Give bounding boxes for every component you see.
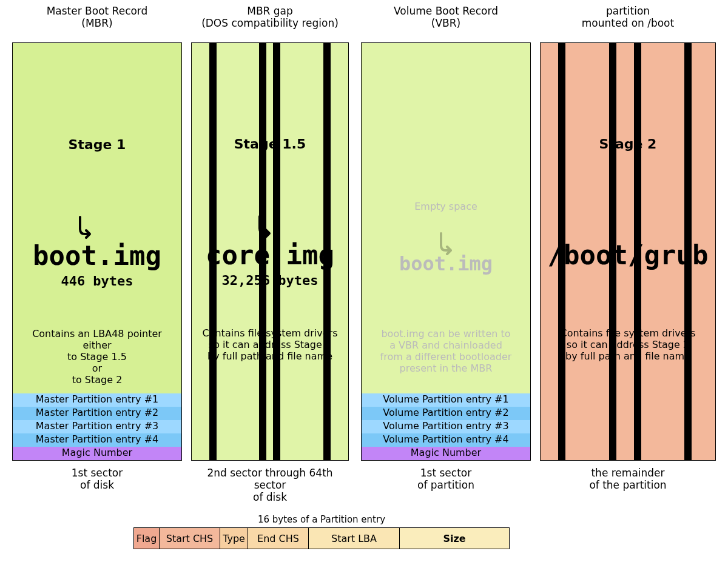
master-partition-entries: Master Partition entry #1 Master Partiti…: [13, 393, 181, 447]
label-mbr: Master Boot Record (MBR): [12, 5, 182, 29]
legend-end-chs: End CHS: [248, 528, 309, 549]
volume-partition-entries: Volume Partition entry #1 Volume Partiti…: [362, 393, 530, 447]
vbr-column: Empty space boot.img boot.img can be wri…: [361, 42, 531, 461]
master-entry-1: Master Partition entry #1: [13, 393, 181, 407]
volume-entry-2: Volume Partition entry #2: [362, 407, 530, 420]
label-sector1: 1st sector of disk: [12, 467, 182, 491]
stage1-desc: Contains an LBA48 pointer either to Stag…: [13, 328, 181, 386]
magic-number-1: Magic Number: [13, 447, 181, 460]
volume-entry-3: Volume Partition entry #3: [362, 420, 530, 433]
mbr-column: Stage 1 boot.img 446 bytes Contains an L…: [12, 42, 182, 461]
arrow-icon: [76, 216, 95, 240]
vbr-empty: Empty space: [362, 201, 530, 212]
label-sector2-64: 2nd sector through 64th sector of disk: [191, 467, 349, 503]
volume-entry-4: Volume Partition entry #4: [362, 433, 530, 447]
legend-row: Flag Start CHS Type End CHS Start LBA Si…: [133, 527, 510, 549]
vbr-desc: boot.img can be written to a VBR and cha…: [362, 328, 530, 374]
master-entry-2: Master Partition entry #2: [13, 407, 181, 420]
grub-boot-diagram: Master Boot Record (MBR) MBR gap (DOS co…: [0, 0, 728, 568]
legend-title: 16 bytes of a Partition entry Flag Start…: [133, 514, 510, 549]
master-entry-3: Master Partition entry #3: [13, 420, 181, 433]
legend-start-chs: Start CHS: [160, 528, 220, 549]
label-sector-rest: the remainder of the partition: [540, 467, 716, 491]
label-sector1-partition: 1st sector of partition: [361, 467, 531, 491]
label-partition: partition mounted on /boot: [540, 5, 716, 29]
magic-number-2: Magic Number: [362, 447, 530, 460]
master-entry-4: Master Partition entry #4: [13, 433, 181, 447]
stage1-title: Stage 1: [13, 137, 181, 152]
legend-start-lba: Start LBA: [309, 528, 400, 549]
stage1-bytes: 446 bytes: [13, 273, 181, 289]
legend-type: Type: [220, 528, 248, 549]
volume-entry-1: Volume Partition entry #1: [362, 393, 530, 407]
stage1-file: boot.img: [13, 240, 181, 271]
legend-flag: Flag: [134, 528, 160, 549]
boot-partition-column: Stage 2 /boot/grub Contains file system …: [540, 42, 716, 461]
vbr-file: boot.img: [362, 252, 530, 275]
gap-column: Stage 1.5 core.img 32,256 bytes Contains…: [191, 42, 349, 461]
label-vbr: Volume Boot Record (VBR): [361, 5, 531, 29]
legend-size: Size: [400, 528, 509, 549]
label-gap: MBR gap (DOS compatibility region): [191, 5, 349, 29]
